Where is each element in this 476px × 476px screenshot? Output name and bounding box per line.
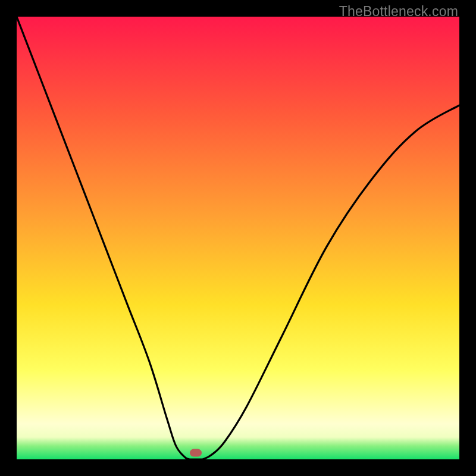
bottleneck-curve [17, 17, 459, 459]
watermark-text: TheBottleneck.com [339, 4, 458, 20]
chart-frame [17, 17, 459, 459]
optimum-marker [190, 449, 202, 456]
